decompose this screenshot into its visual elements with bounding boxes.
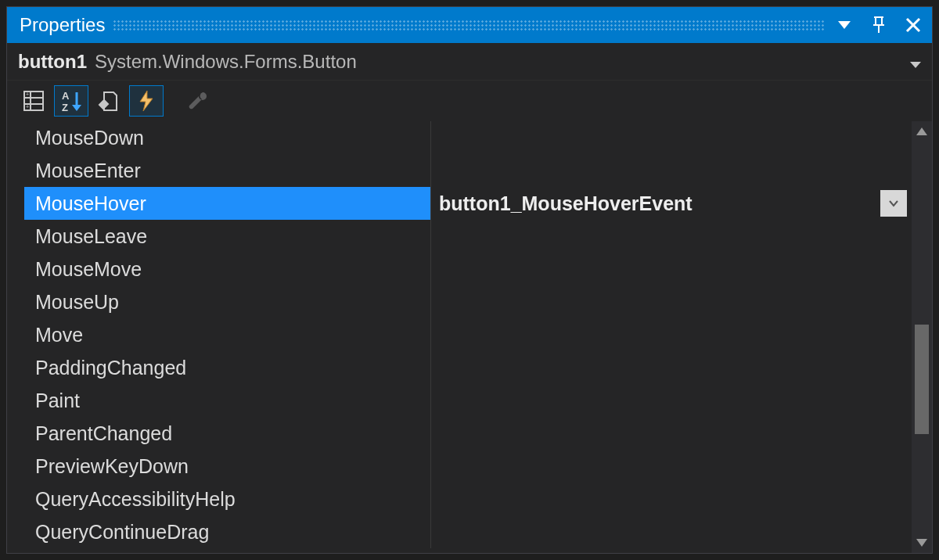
event-value-cell[interactable] — [431, 318, 912, 351]
event-row[interactable]: MouseUp — [24, 285, 912, 318]
svg-marker-14 — [140, 91, 153, 111]
vertical-scrollbar[interactable] — [912, 121, 932, 553]
close-icon[interactable] — [902, 14, 924, 36]
svg-text:A: A — [62, 90, 70, 102]
event-value-cell[interactable] — [431, 121, 912, 154]
event-value-cell[interactable] — [431, 220, 912, 253]
event-name-cell[interactable]: QueryContinueDrag — [24, 515, 431, 548]
event-name-cell[interactable]: ParentChanged — [24, 417, 431, 450]
alphabetical-button[interactable]: A Z — [54, 85, 88, 117]
event-row[interactable]: ParentChanged — [24, 417, 912, 450]
window-controls — [833, 14, 924, 36]
event-name-cell[interactable]: Move — [24, 318, 431, 351]
svg-text:Z: Z — [62, 102, 68, 113]
event-value-text: button1_MouseHoverEvent — [439, 192, 693, 215]
svg-marker-13 — [72, 105, 81, 111]
event-value-cell[interactable] — [431, 483, 912, 515]
object-name: button1 — [18, 51, 87, 73]
event-row[interactable]: Move — [24, 318, 912, 351]
event-row[interactable]: MouseMove — [24, 253, 912, 285]
event-row[interactable]: MouseDown — [24, 121, 912, 154]
svg-marker-3 — [910, 62, 921, 68]
event-name-cell[interactable]: PaddingChanged — [24, 351, 431, 384]
svg-text:+: + — [26, 92, 29, 97]
svg-marker-16 — [916, 539, 927, 547]
scroll-down-button[interactable] — [912, 533, 932, 553]
event-value-cell[interactable] — [431, 285, 912, 318]
event-name-cell[interactable]: MouseDown — [24, 121, 431, 154]
svg-marker-0 — [838, 21, 851, 29]
panel-title: Properties — [20, 14, 105, 36]
event-value-cell[interactable] — [431, 417, 912, 450]
pin-icon[interactable] — [868, 14, 890, 36]
event-value-cell[interactable] — [431, 384, 912, 417]
event-row[interactable]: MouseHoverbutton1_MouseHoverEvent — [24, 187, 912, 220]
event-name-cell[interactable]: MouseUp — [24, 285, 431, 318]
properties-toolbar: + + A Z — [7, 81, 932, 121]
event-value-dropdown-button[interactable] — [880, 190, 907, 217]
event-row[interactable]: PaddingChanged — [24, 351, 912, 384]
event-name-cell[interactable]: MouseLeave — [24, 220, 431, 253]
event-row[interactable]: QueryContinueDrag — [24, 515, 912, 548]
svg-text:+: + — [26, 104, 29, 109]
property-pages-button[interactable] — [181, 85, 215, 117]
event-row[interactable]: MouseEnter — [24, 154, 912, 187]
event-value-cell[interactable] — [431, 154, 912, 187]
event-value-cell[interactable] — [431, 515, 912, 548]
event-row[interactable]: MouseLeave — [24, 220, 912, 253]
event-row[interactable]: QueryAccessibilityHelp — [24, 483, 912, 515]
categorized-button[interactable]: + + — [16, 85, 51, 117]
object-selector[interactable]: button1 System.Windows.Forms.Button — [7, 43, 932, 81]
event-row[interactable]: Paint — [24, 384, 912, 417]
event-name-cell[interactable]: MouseHover — [24, 187, 431, 220]
svg-marker-15 — [916, 127, 927, 135]
window-options-button[interactable] — [833, 14, 855, 36]
titlebar-grip[interactable] — [113, 20, 826, 31]
event-value-cell[interactable] — [431, 450, 912, 483]
event-value-cell[interactable]: button1_MouseHoverEvent — [431, 187, 912, 220]
event-name-cell[interactable]: MouseEnter — [24, 154, 431, 187]
event-value-cell[interactable] — [431, 253, 912, 285]
event-row[interactable]: PreviewKeyDown — [24, 450, 912, 483]
events-button[interactable] — [129, 85, 164, 117]
panel-titlebar: Properties — [7, 7, 932, 43]
event-name-cell[interactable]: QueryAccessibilityHelp — [24, 483, 431, 515]
event-name-cell[interactable]: MouseMove — [24, 253, 431, 285]
event-value-cell[interactable] — [431, 351, 912, 384]
event-name-cell[interactable]: Paint — [24, 384, 431, 417]
properties-panel: Properties button1 System.Windows.Forms.… — [6, 6, 933, 554]
properties-button[interactable] — [92, 85, 126, 117]
event-name-cell[interactable]: PreviewKeyDown — [24, 450, 431, 483]
object-type: System.Windows.Forms.Button — [95, 51, 357, 73]
scroll-up-button[interactable] — [912, 121, 932, 142]
events-grid: MouseDownMouseEnterMouseHoverbutton1_Mou… — [24, 121, 912, 553]
chevron-down-icon[interactable] — [910, 51, 921, 73]
scrollbar-thumb[interactable] — [915, 325, 929, 434]
